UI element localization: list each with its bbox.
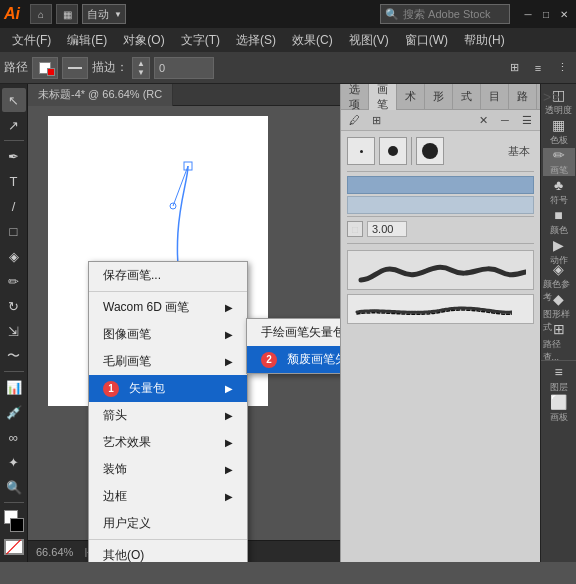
stroke-up-btn[interactable]: ▲ ▼ xyxy=(132,57,150,79)
blend-tool[interactable]: ∞ xyxy=(2,425,26,449)
brush-medium-option[interactable] xyxy=(379,137,407,165)
path-label: 路径 xyxy=(4,59,28,76)
home-icon[interactable]: ⌂ xyxy=(30,4,52,24)
right-layers[interactable]: ≡ 图层 xyxy=(543,365,575,393)
tab-shape[interactable]: 形 xyxy=(425,84,453,110)
arrange-dropdown[interactable]: 自动 xyxy=(82,4,126,24)
zoom-tool[interactable]: 🔍 xyxy=(2,475,26,499)
none-stroke-icon[interactable] xyxy=(4,539,24,555)
document-tab[interactable]: 未标题-4* @ 66.64% (RC xyxy=(28,84,173,106)
tab-brush[interactable]: 画笔 xyxy=(369,84,397,110)
ctx-bristle-brush[interactable]: 毛刷画笔 ▶ xyxy=(89,348,247,375)
title-bar: Ai ⌂ ▦ 自动 🔍 搜索 Adobe Stock ─ □ ✕ xyxy=(0,0,576,28)
grid-view-icon[interactable]: ⊞ xyxy=(504,58,524,78)
graph-tool[interactable]: 📊 xyxy=(2,375,26,399)
maximize-button[interactable]: □ xyxy=(538,6,554,22)
panel-stroke-icon[interactable]: 🖊 xyxy=(345,112,363,128)
stroke-color-icon[interactable] xyxy=(32,57,58,79)
brush-wave-preview xyxy=(356,252,526,288)
type-tool[interactable]: T xyxy=(2,169,26,193)
brush-options-row: 基本 xyxy=(347,137,534,165)
brush-size-value[interactable]: 3.00 xyxy=(367,221,407,237)
select-tool[interactable]: ↖ xyxy=(2,88,26,112)
right-color[interactable]: ■ 颜色 xyxy=(543,208,575,236)
menu-file[interactable]: 文件(F) xyxy=(4,28,59,52)
warp-tool[interactable]: 〜 xyxy=(2,344,26,368)
menu-object[interactable]: 对象(O) xyxy=(115,28,172,52)
panel-divider xyxy=(347,171,534,172)
menu-window[interactable]: 窗口(W) xyxy=(397,28,456,52)
right-symbols[interactable]: ♣ 符号 xyxy=(543,178,575,206)
panel-more-btn[interactable]: >> xyxy=(537,89,565,105)
pen-tool[interactable]: ✒ xyxy=(2,144,26,168)
rotate-tool[interactable]: ↻ xyxy=(2,294,26,318)
context-menu: 保存画笔... Wacom 6D 画笔 ▶ 图像画笔 ▶ 毛刷画笔 ▶ xyxy=(88,261,248,562)
panel-close-icon[interactable]: ✕ xyxy=(474,112,492,128)
ctx-other[interactable]: 其他(O) xyxy=(89,542,247,562)
right-pathfinder[interactable]: ⊞ 路径查... xyxy=(543,328,575,356)
menu-help[interactable]: 帮助(H) xyxy=(456,28,513,52)
right-divider xyxy=(541,360,576,361)
ctx-wacom[interactable]: Wacom 6D 画笔 ▶ xyxy=(89,294,247,321)
tab-path[interactable]: 路 xyxy=(509,84,537,110)
right-brush[interactable]: ✏ 画笔 xyxy=(543,148,575,176)
brush-size-row: □ 3.00 xyxy=(347,221,534,237)
line-tool[interactable]: / xyxy=(2,194,26,218)
rect-tool[interactable]: □ xyxy=(2,219,26,243)
stroke-type-icon[interactable] xyxy=(62,57,88,79)
panel-menu-icon[interactable]: ☰ xyxy=(518,112,536,128)
document-tab-bar: 未标题-4* @ 66.64% (RC xyxy=(28,84,340,106)
ctx-border[interactable]: 边框 ▶ xyxy=(89,483,247,510)
tab-style[interactable]: 式 xyxy=(453,84,481,110)
tab-options[interactable]: 选项 xyxy=(341,84,369,110)
brush-texture-preview xyxy=(352,298,512,320)
symbol-tool[interactable]: ✦ xyxy=(2,450,26,474)
panel-content: 基本 □ 3.00 xyxy=(341,131,540,562)
ctx-art-effect[interactable]: 艺术效果 ▶ xyxy=(89,429,247,456)
toolbar: 路径 描边： ▲ ▼ 0 ⊞ ≡ ⋮ xyxy=(0,52,576,84)
brush-tool[interactable]: ✏ xyxy=(2,269,26,293)
right-swatches[interactable]: ▦ 色板 xyxy=(543,118,575,146)
layout-icon[interactable]: ▦ xyxy=(56,4,78,24)
tab-target[interactable]: 目 xyxy=(481,84,509,110)
ctx-decor[interactable]: 装饰 ▶ xyxy=(89,456,247,483)
paintbucket-tool[interactable]: ◈ xyxy=(2,244,26,268)
brush-none-option[interactable] xyxy=(347,137,375,165)
panel-link-icon[interactable]: ⊞ xyxy=(367,112,385,128)
adobe-stock-search[interactable]: 🔍 搜索 Adobe Stock xyxy=(380,4,510,24)
panel-tab-bar: 选项 画笔 术 形 式 目 路 >> xyxy=(341,84,540,110)
ctx-arrow[interactable]: 箭头 ▶ xyxy=(89,402,247,429)
menu-text[interactable]: 文字(T) xyxy=(173,28,228,52)
more-options-icon[interactable]: ⋮ xyxy=(552,58,572,78)
menu-effect[interactable]: 效果(C) xyxy=(284,28,341,52)
ctx-user-defined[interactable]: 用户定义 xyxy=(89,510,247,537)
brush-large-option[interactable] xyxy=(416,137,444,165)
tab-art[interactable]: 术 xyxy=(397,84,425,110)
menu-view[interactable]: 视图(V) xyxy=(341,28,397,52)
close-button[interactable]: ✕ xyxy=(556,6,572,22)
sub-ctx-grunge[interactable]: 2 颓废画笔矢量包 xyxy=(247,346,340,373)
minimize-button[interactable]: ─ xyxy=(520,6,536,22)
direct-select-tool[interactable]: ↗ xyxy=(2,113,26,137)
eyedropper-tool[interactable]: 💉 xyxy=(2,400,26,424)
list-view-icon[interactable]: ≡ xyxy=(528,58,548,78)
menu-select[interactable]: 选择(S) xyxy=(228,28,284,52)
sub-ctx-handdrawn[interactable]: 手绘画笔矢量包 xyxy=(247,319,340,346)
ctx-image-brush[interactable]: 图像画笔 ▶ xyxy=(89,321,247,348)
stroke-label: 描边： xyxy=(92,59,128,76)
right-artboards[interactable]: ⬜ 画板 xyxy=(543,395,575,423)
panel-min-icon[interactable]: ─ xyxy=(496,112,514,128)
main-area: ↖ ↗ ✒ T / □ ◈ ✏ ↻ ⇲ 〜 📊 💉 ∞ ✦ 🔍 未标题-4* xyxy=(0,84,576,562)
brush-divider2 xyxy=(347,216,534,217)
zoom-value: 66.64% xyxy=(36,546,73,558)
brush-color-row xyxy=(347,176,534,194)
basic-label: 基本 xyxy=(508,144,534,159)
menu-bar: 文件(F) 编辑(E) 对象(O) 文字(T) 选择(S) 效果(C) 视图(V… xyxy=(0,28,576,52)
ctx-vector-pack[interactable]: 1 矢量包 ▶ xyxy=(89,375,247,402)
ctx-save-brush[interactable]: 保存画笔... xyxy=(89,262,247,289)
color-selector[interactable] xyxy=(2,510,26,532)
menu-edit[interactable]: 编辑(E) xyxy=(59,28,115,52)
canvas-area: 未标题-4* @ 66.64% (RC xyxy=(28,84,340,562)
scale-tool[interactable]: ⇲ xyxy=(2,319,26,343)
canvas-scroll[interactable]: 保存画笔... Wacom 6D 画笔 ▶ 图像画笔 ▶ 毛刷画笔 ▶ xyxy=(28,106,340,562)
